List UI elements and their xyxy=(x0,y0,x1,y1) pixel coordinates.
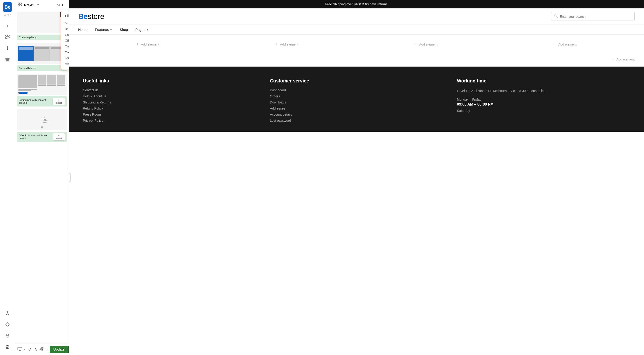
footer-link-refund[interactable]: Refund Policy xyxy=(83,107,256,110)
sidebar-add-icon[interactable]: ＋ xyxy=(2,21,12,31)
item-label: Offer in blocks with hover colors xyxy=(19,134,53,140)
footer-customer-service: Customer service Dashboard Orders Downlo… xyxy=(270,78,443,125)
sidebar-layers-icon[interactable] xyxy=(2,55,12,64)
filter-item-all[interactable]: All xyxy=(65,20,69,26)
item-thumbnail xyxy=(17,74,67,95)
prebuilt-header: Pre-Built All ▼ xyxy=(15,0,68,10)
svg-rect-19 xyxy=(18,347,22,350)
chevron-down-icon: ▼ xyxy=(146,28,149,31)
footer-link-orders[interactable]: Orders xyxy=(270,94,443,98)
footer-link-help[interactable]: Help & About us xyxy=(83,94,256,98)
svg-point-21 xyxy=(42,348,43,350)
footer-working-time: Working time Level 13, 2 Elizabeth St, M… xyxy=(457,78,630,125)
add-element-button-4[interactable]: + Add element xyxy=(554,42,576,47)
sidebar-logo[interactable]: Be xyxy=(3,2,12,12)
announcement-bar: Free Shipping over $100 & 60 days return… xyxy=(69,0,644,9)
nav-item-home[interactable]: Home xyxy=(78,28,88,32)
sidebar-wordpress-icon[interactable]: W xyxy=(2,342,12,352)
svg-point-8 xyxy=(7,324,8,325)
search-icon xyxy=(554,14,558,19)
undo-button[interactable]: ↺ xyxy=(27,347,32,352)
add-element-button-2[interactable]: + Add element xyxy=(275,42,298,47)
footer-link-privacy[interactable]: Privacy Policy xyxy=(83,119,256,122)
filter-item-misc[interactable]: Misc xyxy=(65,61,69,67)
plus-icon: + xyxy=(414,42,417,47)
sidebar-sort-icon[interactable] xyxy=(2,43,12,53)
footer-link-addresses[interactable]: Addresses xyxy=(270,107,443,110)
footer-link-lost-password[interactable]: Lost password xyxy=(270,119,443,122)
nav-item-shop[interactable]: Shop xyxy=(120,28,128,32)
svg-rect-5 xyxy=(6,60,9,60)
chevron-down-icon: ▼ xyxy=(61,3,64,7)
svg-rect-16 xyxy=(18,5,20,6)
footer-address: Level 13, 2 Elizabeth St, Melbourne, Vic… xyxy=(457,88,630,94)
svg-rect-3 xyxy=(6,38,7,39)
prebuilt-title-label: Pre-Built xyxy=(24,3,53,7)
logo-be: Be xyxy=(78,12,88,21)
footer-useful-links-title: Useful links xyxy=(83,78,256,84)
svg-rect-15 xyxy=(20,3,22,4)
nav-item-features[interactable]: Features ▼ xyxy=(95,28,112,32)
footer-link-account[interactable]: Account details xyxy=(270,113,443,116)
item-label-bar: Sliding box with content around + Insert xyxy=(17,96,67,107)
filter-item-call-to-action[interactable]: Call to action xyxy=(65,44,69,49)
update-dropdown-button[interactable]: ▲ xyxy=(68,346,69,353)
chevron-down-icon: ▼ xyxy=(110,28,112,31)
footer-saturday-label: Saturday xyxy=(457,109,630,113)
item-label: Custom gallery xyxy=(19,36,36,39)
footer-link-press[interactable]: Press Room xyxy=(83,113,256,116)
add-element-button-single[interactable]: + Add element xyxy=(612,57,635,62)
svg-rect-4 xyxy=(6,58,9,59)
list-item: Sliding box with content around + Insert xyxy=(17,74,67,107)
item-label-bar: Offer in blocks with hover colors + Inse… xyxy=(17,132,67,142)
footer-hours-value: 09:00 AM – 06:00 PM xyxy=(457,102,630,107)
svg-rect-6 xyxy=(6,61,9,61)
store-nav: Home Features ▼ Shop Pages ▼ xyxy=(69,25,644,35)
filter-dropdown: Filter by: All Basic List & Menus Offer … xyxy=(61,11,69,70)
filter-item-templates[interactable]: Templates xyxy=(65,55,69,61)
search-input[interactable] xyxy=(560,15,631,19)
footer-customer-service-title: Customer service xyxy=(270,78,443,84)
item-label-bar: Custom gallery xyxy=(17,35,67,40)
item-thumbnail xyxy=(17,12,67,33)
item-thumbnail: Vel orcu potenti cursus xyxy=(17,109,67,130)
svg-rect-14 xyxy=(18,3,20,4)
store-footer: Useful links Contact us Help & About us … xyxy=(69,67,644,132)
update-bar: ▲ ↺ ↻ ▲ Update ▲ xyxy=(15,343,68,355)
sidebar-layout-icon[interactable] xyxy=(2,32,12,42)
filter-item-contact[interactable]: Contact xyxy=(65,49,69,55)
update-button[interactable]: Update xyxy=(50,346,68,353)
add-element-button-1[interactable]: + Add element xyxy=(136,42,159,47)
svg-rect-2 xyxy=(6,37,9,38)
footer-link-contact[interactable]: Contact us xyxy=(83,88,256,92)
filter-item-basic[interactable]: Basic xyxy=(65,26,69,32)
monitor-icon xyxy=(18,347,22,352)
footer-link-shipping[interactable]: Shipping & Returns xyxy=(83,100,256,104)
nav-item-pages[interactable]: Pages ▼ xyxy=(135,28,149,32)
footer-days-label: Monday – Friday xyxy=(457,98,630,101)
footer-link-dashboard[interactable]: Dashboard xyxy=(270,88,443,92)
sidebar-settings-icon[interactable] xyxy=(2,319,12,329)
add-elements-row: + Add element + Add element + Add elemen… xyxy=(69,35,644,54)
item-label: Full width hover xyxy=(19,67,37,70)
redo-button[interactable]: ↻ xyxy=(34,347,38,352)
svg-text:W: W xyxy=(6,346,9,349)
prebuilt-panel: Pre-Built All ▼ More Filter by: All Basi… xyxy=(15,0,69,355)
svg-rect-17 xyxy=(20,5,22,6)
version-label: V27.3.9 xyxy=(4,14,11,16)
insert-button-offer[interactable]: + Insert xyxy=(53,133,65,141)
add-element-single-row: + Add element xyxy=(69,54,644,67)
sidebar-globe-icon[interactable] xyxy=(2,331,12,340)
update-button-group: Update ▲ xyxy=(50,346,69,353)
insert-button[interactable]: + Insert xyxy=(52,98,65,105)
eye-icon xyxy=(40,347,44,351)
footer-link-downloads[interactable]: Downloads xyxy=(270,100,443,104)
filter-all-button[interactable]: All ▼ xyxy=(55,2,66,8)
filter-item-offer[interactable]: Offer xyxy=(65,38,69,44)
sidebar-history-icon[interactable] xyxy=(2,308,12,318)
filter-item-list-menus[interactable]: List & Menus xyxy=(65,32,69,38)
item-label: Sliding box with content around xyxy=(19,99,52,104)
main-content: Free Shipping over $100 & 60 days return… xyxy=(69,0,644,355)
list-item: Vel orcu potenti cursus xyxy=(17,109,67,142)
add-element-button-3[interactable]: + Add element xyxy=(414,42,437,47)
